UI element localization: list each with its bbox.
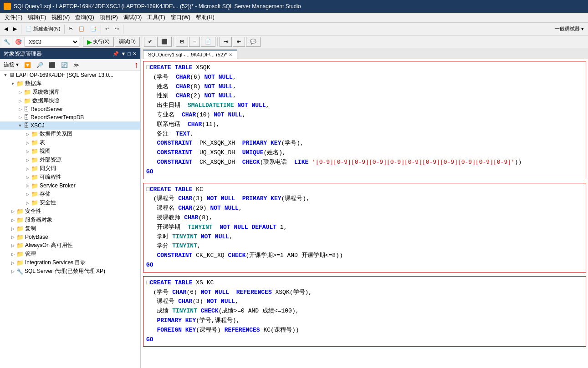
expand-server-objects[interactable]: ▷	[9, 217, 16, 224]
back-button[interactable]: ◀	[2, 24, 10, 34]
tree-management[interactable]: ▷ 📁 管理	[0, 250, 140, 258]
stop-button[interactable]: ⬛	[157, 37, 172, 47]
tree-security-xscj[interactable]: ▷ 📁 安全性	[0, 198, 140, 207]
tree-databases[interactable]: ▼ 📁 数据库	[0, 79, 140, 88]
tree-security[interactable]: ▷ 📁 安全性	[0, 207, 140, 216]
expand-synonyms[interactable]: ▷	[24, 165, 31, 172]
tab-query1[interactable]: SQLQuery1.sql - ...9K4JDF\... (52)* ✕	[143, 50, 237, 59]
menu-project[interactable]: 项目(P)	[97, 13, 121, 22]
tree-server-objects[interactable]: ▷ 📁 服务器对象	[0, 216, 140, 224]
toolbar-icon1[interactable]: ✂	[66, 24, 75, 34]
expand-reportserver-temp[interactable]: ▷	[16, 114, 24, 121]
toolbar-icon2[interactable]: 📋	[76, 24, 87, 34]
tree-synonyms[interactable]: ▷ 📁 同义词	[0, 164, 140, 173]
toolbar2-icon1[interactable]: 🔧	[2, 38, 12, 46]
tree-integration-services[interactable]: ▷ 📁 Integration Services 目录	[0, 258, 140, 267]
expand-snapshot[interactable]: ▷	[16, 97, 24, 105]
tree-xscj[interactable]: ▼ 🗄 XSCJ	[0, 121, 140, 130]
expand-databases[interactable]: ▼	[9, 80, 16, 87]
expand-diagram[interactable]: ▷	[24, 131, 31, 138]
oe-filter2-button[interactable]: 🔎	[35, 61, 45, 69]
redo-button[interactable]: ↪	[112, 24, 121, 34]
tree-server[interactable]: ▼ 🖥 LAPTOP-169K4JDF (SQL Server 13.0...	[0, 71, 140, 79]
expand-reportserver[interactable]: ▷	[16, 106, 24, 113]
oe-float-button[interactable]: □	[128, 51, 131, 57]
menu-tools[interactable]: 工具(T)	[144, 13, 168, 22]
check-button[interactable]: ✔	[144, 37, 156, 47]
expand-storage[interactable]: ▷	[24, 191, 31, 198]
database-selector[interactable]: XSCJ	[25, 37, 79, 47]
expand-alwayson[interactable]: ▷	[9, 242, 16, 249]
tree-sql-agent[interactable]: ▷ 🔧 SQL Server 代理(已禁用代理 XP)	[0, 267, 140, 276]
menu-debug[interactable]: 调试(D)	[121, 13, 145, 22]
menu-window[interactable]: 窗口(W)	[168, 13, 193, 22]
tree-tables[interactable]: ▷ 📁 表	[0, 138, 140, 147]
code-editor[interactable]: □CREATE TABLE XSQK (学号 CHAR(6) NOT NULL,…	[141, 59, 588, 368]
oe-stop-button[interactable]: ⬛	[47, 61, 57, 69]
expand-views[interactable]: ▷	[24, 148, 31, 155]
tab-close-button[interactable]: ✕	[229, 52, 232, 57]
oe-connect-button[interactable]: 连接 ▾	[2, 60, 20, 70]
menu-file[interactable]: 文件(F)	[2, 13, 25, 22]
tree-service-broker[interactable]: ▷ 📁 Service Broker	[0, 181, 140, 190]
tree-programmability[interactable]: ▷ 📁 可编程性	[0, 173, 140, 181]
oe-pin-button[interactable]: 📌	[112, 51, 119, 57]
tree-db-snapshot[interactable]: ▷ 📁 数据库快照	[0, 96, 140, 105]
expand-sql-agent[interactable]: ▷	[9, 268, 16, 275]
collapse-icon[interactable]: □	[146, 186, 150, 193]
menu-help[interactable]: 帮助(H)	[193, 13, 217, 22]
expand-security[interactable]: ▷	[9, 208, 16, 215]
expand-programmability[interactable]: ▷	[24, 174, 31, 181]
oe-refresh-button[interactable]: 🔄	[59, 61, 70, 69]
tree-reportserver[interactable]: ▷ 🗄 ReportServer	[0, 105, 140, 113]
grid-button[interactable]: ⊞	[176, 37, 188, 47]
databases-label: 数据库	[25, 80, 41, 87]
execute-button[interactable]: ▶ 执行(X)	[83, 37, 114, 47]
expand-server[interactable]: ▼	[2, 71, 9, 79]
general-debug-button[interactable]: 一般调试器 ▾	[552, 24, 586, 34]
code-line: GO	[146, 335, 583, 345]
expand-service-broker[interactable]: ▷	[24, 182, 31, 189]
undo-button[interactable]: ↩	[103, 24, 112, 34]
expand-polybase[interactable]: ▷	[9, 233, 16, 241]
expand-integration[interactable]: ▷	[9, 259, 16, 267]
expand-replication[interactable]: ▷	[9, 225, 16, 232]
menu-query[interactable]: 查询(Q)	[72, 13, 97, 22]
tree-system-db[interactable]: ▷ 📁 系统数据库	[0, 88, 140, 96]
comment-button[interactable]: 💬	[246, 37, 261, 47]
tree-polybase[interactable]: ▷ 📁 PolyBase	[0, 233, 140, 241]
oe-dock-button[interactable]: ▼	[121, 51, 126, 57]
expand-management[interactable]: ▷	[9, 251, 16, 258]
tree-replication[interactable]: ▷ 📁 复制	[0, 224, 140, 233]
indent-button[interactable]: ⇥	[220, 37, 232, 47]
tree-views[interactable]: ▷ 📁 视图	[0, 147, 140, 156]
new-query-button[interactable]: 📄 新建查询(N)	[23, 24, 62, 34]
collapse-icon[interactable]: □	[146, 279, 150, 286]
diagram-label: 数据库关系图	[40, 130, 72, 138]
debug-button[interactable]: 调试(D)	[115, 37, 140, 47]
tree-storage[interactable]: ▷ 📁 存储	[0, 190, 140, 198]
forward-button[interactable]: ▶	[11, 24, 19, 34]
expand-security-xscj[interactable]: ▷	[24, 199, 31, 207]
tree-reportserver-temp[interactable]: ▷ 🗄 ReportServerTempDB	[0, 113, 140, 121]
tree-external[interactable]: ▷ 📁 外部资源	[0, 156, 140, 164]
oe-close-button[interactable]: ✕	[133, 51, 137, 57]
oe-filter-button[interactable]: 🔽	[22, 61, 33, 69]
file-button[interactable]: 📄	[201, 37, 215, 47]
expand-external[interactable]: ▷	[24, 156, 31, 164]
system-db-label: 系统数据库	[32, 88, 60, 96]
expand-xscj[interactable]: ▼	[16, 122, 24, 129]
toolbar-icon3[interactable]: 📑	[88, 24, 99, 34]
tree-db-diagram[interactable]: ▷ 📁 数据库关系图	[0, 130, 140, 138]
text-button[interactable]: ≡	[189, 37, 200, 47]
toolbar2-icon2[interactable]: 🎯	[13, 38, 24, 46]
outdent-button[interactable]: ⇤	[233, 37, 245, 47]
tree-alwayson[interactable]: ▷ 📁 AlwaysOn 高可用性	[0, 241, 140, 250]
oe-more-button[interactable]: ≫	[72, 61, 81, 69]
collapse-icon[interactable]: □	[146, 64, 150, 71]
expand-tables[interactable]: ▷	[24, 139, 31, 146]
expand-system-db[interactable]: ▷	[16, 89, 24, 96]
folder-icon: 📁	[31, 182, 38, 189]
menu-view[interactable]: 视图(V)	[49, 13, 72, 22]
menu-edit[interactable]: 编辑(E)	[25, 13, 49, 22]
